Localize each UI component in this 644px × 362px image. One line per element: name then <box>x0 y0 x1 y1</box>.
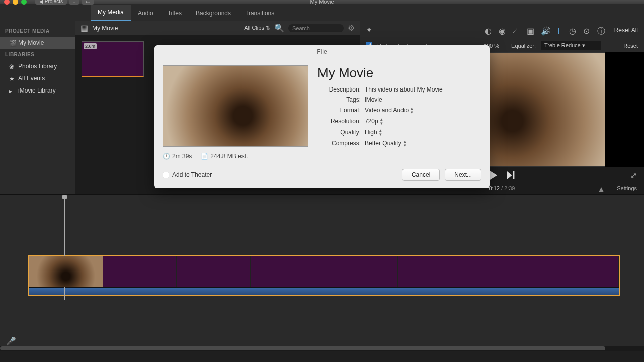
timeline-settings-button[interactable]: Settings <box>617 185 637 191</box>
clapper-icon: 🎬 <box>9 40 15 46</box>
export-filesize: 📄 244.8 MB est. <box>201 153 248 160</box>
export-title-field[interactable]: My Movie <box>317 65 481 81</box>
import-button[interactable]: ↓ <box>69 0 79 5</box>
next-frame-button[interactable] <box>507 171 515 179</box>
sidebar-item-label: All Events <box>18 75 45 82</box>
volume-icon[interactable]: 🔊 <box>541 26 549 34</box>
sidebar-item-photos[interactable]: ❀ Photos Library <box>0 60 75 72</box>
sidebar-item-label: iMovie Library <box>18 87 56 94</box>
format-label: Format: <box>317 107 361 114</box>
equalizer-label: Equalizer: <box>511 43 536 49</box>
compress-label: Compress: <box>317 140 361 147</box>
horizontal-scrollbar[interactable] <box>0 346 644 351</box>
noise-eq-icon[interactable]: ⫼ <box>555 26 563 34</box>
description-field[interactable]: This video is about My Movie <box>365 86 443 93</box>
audio-track[interactable] <box>29 287 619 295</box>
format-select[interactable]: Video and Audio▴▾ <box>365 106 413 114</box>
search-icon: 🔍 <box>274 23 284 33</box>
settings-gear-icon[interactable]: ⚙ <box>348 23 355 33</box>
close-window-button[interactable] <box>4 0 10 5</box>
video-track[interactable] <box>29 256 619 287</box>
stabilize-icon[interactable]: ▣ <box>527 26 535 34</box>
equalizer-select[interactable]: Treble Reduce ▾ <box>541 41 601 50</box>
info-icon[interactable]: ⓘ <box>597 26 605 34</box>
list-view-icon[interactable]: ▦ <box>80 23 88 33</box>
crop-icon[interactable]: ⟀ <box>513 26 521 34</box>
quality-label: Quality: <box>317 129 361 136</box>
tab-audio[interactable]: Audio <box>131 6 160 21</box>
sidebar-item-all-events[interactable]: ★ All Events <box>0 72 75 84</box>
tab-transitions[interactable]: Transitions <box>238 6 281 21</box>
timeline-clip[interactable] <box>28 255 620 296</box>
sidebar-heading-libraries: LIBRARIES <box>0 49 75 60</box>
tab-titles[interactable]: Titles <box>160 6 189 21</box>
description-label: Description: <box>317 86 361 93</box>
sidebar-item-label: Photos Library <box>18 63 57 70</box>
speed-icon[interactable]: ◷ <box>569 26 577 34</box>
quality-select[interactable]: High▴▾ <box>365 128 382 136</box>
next-button[interactable]: Next... <box>445 169 481 181</box>
tags-label: Tags: <box>317 96 361 103</box>
color-correction-icon[interactable]: ◉ <box>499 26 507 34</box>
filter-icon[interactable]: ⊙ <box>583 26 591 34</box>
zoom-slider-thumb[interactable] <box>599 187 604 192</box>
photos-icon: ❀ <box>9 63 15 69</box>
fullscreen-icon[interactable]: ⤢ <box>630 171 637 180</box>
minimize-window-button[interactable] <box>13 0 18 5</box>
add-to-theater-checkbox[interactable]: Add to Theater <box>163 171 212 178</box>
tab-my-media[interactable]: My Media <box>91 5 131 21</box>
share-button[interactable]: ▭ <box>82 0 94 5</box>
search-input[interactable]: Search <box>288 24 344 32</box>
tab-backgrounds[interactable]: Backgrounds <box>189 6 238 21</box>
media-tabs: My Media Audio Titles Backgrounds Transi… <box>0 4 644 21</box>
window-titlebar: ◀ Projects ↓ ▭ My Movie <box>0 0 644 4</box>
resolution-label: Resolution: <box>317 118 361 125</box>
clip-filter-dropdown[interactable]: All Clips ⇅ <box>244 25 270 31</box>
export-preview-thumbnail <box>163 65 308 147</box>
window-controls <box>4 0 27 5</box>
timeline[interactable]: 🎤 <box>0 194 644 351</box>
browser-project-name: My Movie <box>92 25 118 32</box>
color-balance-icon[interactable]: ◐ <box>485 26 493 34</box>
reset-all-button[interactable]: Reset All <box>614 27 638 34</box>
resolution-select[interactable]: 720p▴▾ <box>365 117 383 125</box>
chevron-right-icon: ▸ <box>9 87 15 94</box>
cancel-button[interactable]: Cancel <box>402 169 440 181</box>
voiceover-icon[interactable]: 🎤 <box>6 336 13 343</box>
sidebar-heading-project: PROJECT MEDIA <box>0 25 75 37</box>
file-icon: 📄 <box>201 153 208 160</box>
tags-field[interactable]: iMovie <box>365 96 382 103</box>
compress-select[interactable]: Better Quality▴▾ <box>365 139 406 147</box>
clip-duration-badge: 2.6m <box>84 43 97 49</box>
media-clip[interactable]: 2.6m <box>82 41 144 77</box>
scrollbar-thumb[interactable] <box>0 346 605 350</box>
sidebar-item-imovie-library[interactable]: ▸ iMovie Library <box>0 84 75 97</box>
zoom-window-button[interactable] <box>21 0 27 5</box>
sidebar: PROJECT MEDIA 🎬 My Movie LIBRARIES ❀ Pho… <box>0 21 75 194</box>
enhance-icon[interactable]: ✦ <box>366 25 372 35</box>
star-icon: ★ <box>9 75 15 81</box>
dialog-title: File <box>154 45 490 58</box>
sidebar-item-label: My Movie <box>18 39 44 46</box>
sidebar-item-my-movie[interactable]: 🎬 My Movie <box>0 37 75 49</box>
reset-button[interactable]: Reset <box>623 43 638 49</box>
clock-icon: 🕐 <box>163 153 170 160</box>
export-duration: 🕐 2m 39s <box>163 153 192 160</box>
play-button[interactable] <box>489 171 498 180</box>
window-title: My Movie <box>310 0 334 5</box>
export-file-dialog: File 🕐 2m 39s 📄 244.8 MB est. My Movie D… <box>154 45 490 188</box>
projects-button[interactable]: ◀ Projects <box>35 0 67 5</box>
